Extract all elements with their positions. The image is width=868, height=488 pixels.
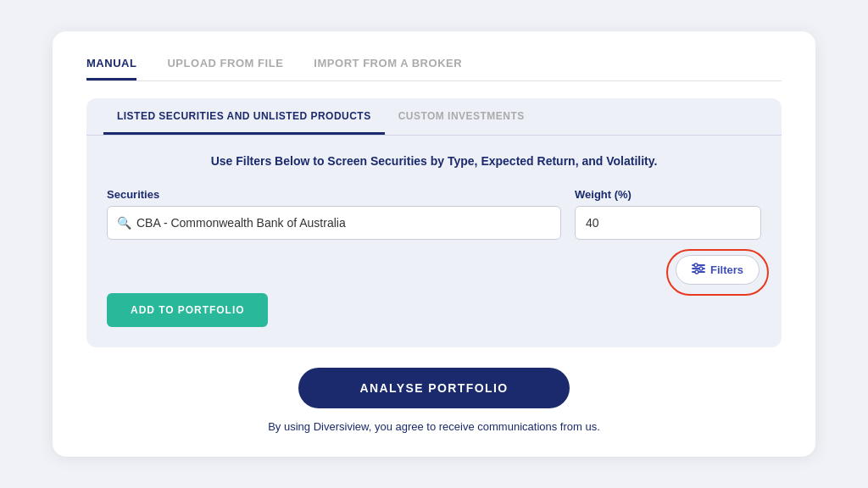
tab-custom-investments[interactable]: CUSTOM INVESTMENTS <box>385 98 538 135</box>
filters-label: Filters <box>710 263 743 276</box>
weight-field-group: Weight (%) <box>575 188 761 240</box>
securities-label: Securities <box>107 188 561 201</box>
sub-tabs: LISTED SECURITIES AND UNLISTED PRODUCTS … <box>86 98 782 136</box>
securities-input[interactable] <box>107 206 561 240</box>
filters-button[interactable]: Filters <box>676 255 760 285</box>
securities-field-group: Securities 🔍 <box>107 188 561 240</box>
inner-panel: LISTED SECURITIES AND UNLISTED PRODUCTS … <box>86 98 782 347</box>
tab-manual[interactable]: MANUAL <box>86 57 136 80</box>
svg-point-4 <box>699 267 703 270</box>
analyse-portfolio-button[interactable]: ANALYSE PORTFOLIO <box>298 368 570 408</box>
search-icon: 🔍 <box>117 216 131 230</box>
tab-import[interactable]: IMPORT FROM A BROKER <box>314 57 462 80</box>
tab-listed-securities[interactable]: LISTED SECURITIES AND UNLISTED PRODUCTS <box>103 98 385 135</box>
fields-row: Securities 🔍 Weight (%) <box>107 188 761 240</box>
top-tabs: MANUAL UPLOAD FROM FILE IMPORT FROM A BR… <box>86 57 782 81</box>
tab-upload[interactable]: UPLOAD FROM FILE <box>167 57 283 80</box>
filters-row: Filters <box>107 255 761 285</box>
add-to-portfolio-button[interactable]: ADD TO PORTFOLIO <box>107 293 268 327</box>
svg-point-3 <box>694 263 698 267</box>
disclaimer-text: By using Diversiview, you agree to recei… <box>86 420 782 433</box>
weight-input[interactable] <box>575 206 761 240</box>
weight-label: Weight (%) <box>575 188 761 201</box>
securities-input-wrapper: 🔍 <box>107 206 561 240</box>
svg-point-5 <box>695 270 698 274</box>
filter-instruction: Use Filters Below to Screen Securities b… <box>107 154 761 168</box>
filters-icon <box>692 263 705 277</box>
content-area: Use Filters Below to Screen Securities b… <box>86 136 782 327</box>
main-container: MANUAL UPLOAD FROM FILE IMPORT FROM A BR… <box>53 31 815 457</box>
